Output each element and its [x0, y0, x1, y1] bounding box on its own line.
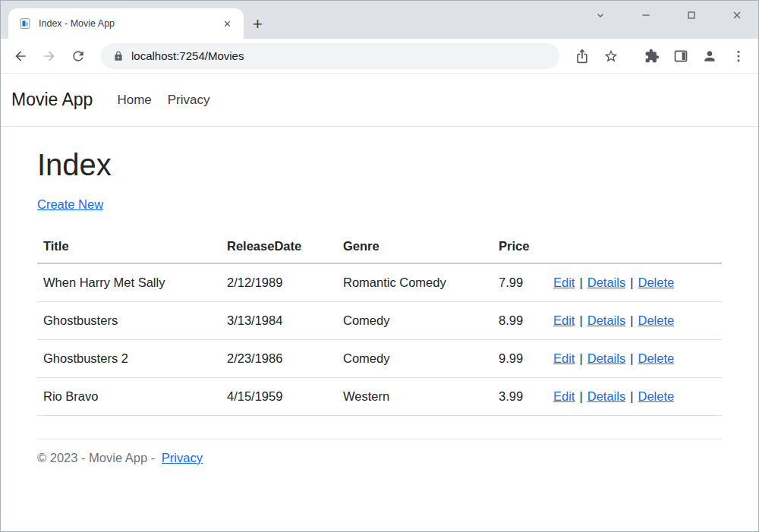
page-body: Movie App Home Privacy Index Create New … [1, 74, 758, 531]
cell-genre: Western [337, 378, 493, 416]
window-controls [594, 9, 743, 21]
nav-link-home[interactable]: Home [117, 93, 151, 108]
main-content: Index Create New Title ReleaseDate Genre… [1, 148, 758, 477]
action-separator: | [579, 275, 582, 289]
details-link[interactable]: Details [587, 351, 625, 365]
delete-link[interactable]: Delete [638, 389, 674, 403]
details-link[interactable]: Details [587, 389, 625, 403]
cell-actions: Edit|Details|Delete [547, 378, 722, 416]
cell-genre: Romantic Comedy [337, 263, 493, 302]
edit-link[interactable]: Edit [553, 275, 575, 289]
share-icon[interactable] [570, 46, 594, 67]
cell-title: Rio Bravo [37, 378, 221, 416]
table-row: When Harry Met Sally 2/12/1989 Romantic … [37, 263, 722, 302]
cell-actions: Edit|Details|Delete [547, 263, 722, 302]
tab-favicon-icon [19, 17, 31, 30]
cell-price: 8.99 [493, 302, 547, 340]
copyright-text: © 2023 - Movie App - [37, 451, 155, 464]
back-button[interactable] [8, 46, 33, 67]
lock-icon[interactable] [113, 51, 124, 61]
cell-price: 3.99 [493, 378, 547, 416]
header-price: Price [493, 231, 547, 263]
window-maximize-icon[interactable] [685, 9, 698, 21]
header-actions [547, 231, 722, 263]
cell-title: Ghostbusters [37, 302, 221, 340]
details-link[interactable]: Details [587, 275, 625, 289]
table-row: Ghostbusters 2 2/23/1986 Comedy 9.99 Edi… [37, 340, 722, 378]
cell-release-date: 2/23/1986 [221, 340, 337, 378]
tab-title: Index - Movie App [39, 18, 211, 29]
create-new-link[interactable]: Create New [37, 197, 103, 212]
side-panel-icon[interactable] [669, 46, 693, 67]
cell-actions: Edit|Details|Delete [547, 302, 722, 340]
delete-link[interactable]: Delete [638, 275, 674, 289]
action-separator: | [630, 275, 633, 289]
cell-price: 9.99 [493, 340, 547, 378]
reload-button[interactable] [66, 46, 90, 67]
table-row: Rio Bravo 4/15/1959 Western 3.99 Edit|De… [37, 378, 722, 416]
site-footer: © 2023 - Movie App - Privacy [37, 439, 722, 477]
tab-strip: Index - Movie App ✕ + [1, 1, 758, 39]
cell-title: Ghostbusters 2 [37, 340, 221, 378]
extensions-icon[interactable] [640, 46, 664, 67]
table-header-row: Title ReleaseDate Genre Price [37, 231, 722, 263]
action-separator: | [579, 351, 582, 365]
cell-release-date: 4/15/1959 [221, 378, 337, 416]
cell-genre: Comedy [337, 302, 493, 340]
window-chevron-icon[interactable] [594, 9, 606, 21]
new-tab-button[interactable]: + [253, 16, 263, 33]
bookmark-star-icon[interactable] [599, 46, 623, 67]
window-close-icon[interactable] [731, 9, 743, 21]
cell-genre: Comedy [337, 340, 493, 378]
action-separator: | [579, 313, 582, 327]
footer-privacy-link[interactable]: Privacy [162, 451, 203, 464]
action-separator: | [630, 351, 633, 365]
action-separator: | [630, 389, 633, 403]
brand-link[interactable]: Movie App [11, 90, 93, 110]
browser-tab[interactable]: Index - Movie App ✕ [8, 8, 244, 39]
edit-link[interactable]: Edit [553, 389, 575, 403]
action-separator: | [630, 313, 633, 327]
profile-avatar-icon[interactable] [698, 46, 722, 67]
menu-dots-icon[interactable] [726, 46, 751, 67]
header-release-date: ReleaseDate [221, 231, 337, 263]
site-navbar: Movie App Home Privacy [1, 74, 758, 127]
edit-link[interactable]: Edit [553, 313, 575, 327]
movies-table: Title ReleaseDate Genre Price When Harry… [37, 231, 722, 416]
cell-title: When Harry Met Sally [37, 263, 221, 302]
browser-toolbar: localhost:7254/Movies [1, 39, 758, 74]
cell-release-date: 2/12/1989 [221, 263, 337, 302]
page-title: Index [37, 148, 722, 182]
header-title: Title [37, 231, 221, 263]
action-separator: | [579, 389, 582, 403]
cell-actions: Edit|Details|Delete [547, 340, 722, 378]
forward-button[interactable] [37, 46, 61, 67]
delete-link[interactable]: Delete [638, 313, 674, 327]
browser-window: Index - Movie App ✕ + [0, 0, 759, 532]
edit-link[interactable]: Edit [553, 351, 575, 365]
url-text: localhost:7254/Movies [131, 49, 244, 62]
nav-link-privacy[interactable]: Privacy [168, 93, 210, 108]
window-minimize-icon[interactable] [640, 9, 652, 21]
address-bar[interactable]: localhost:7254/Movies [101, 43, 559, 69]
cell-price: 7.99 [493, 263, 547, 302]
details-link[interactable]: Details [587, 313, 625, 327]
table-row: Ghostbusters 3/13/1984 Comedy 8.99 Edit|… [37, 302, 722, 340]
cell-release-date: 3/13/1984 [221, 302, 337, 340]
delete-link[interactable]: Delete [638, 351, 674, 365]
tab-close-icon[interactable]: ✕ [219, 17, 236, 31]
header-genre: Genre [337, 231, 493, 263]
